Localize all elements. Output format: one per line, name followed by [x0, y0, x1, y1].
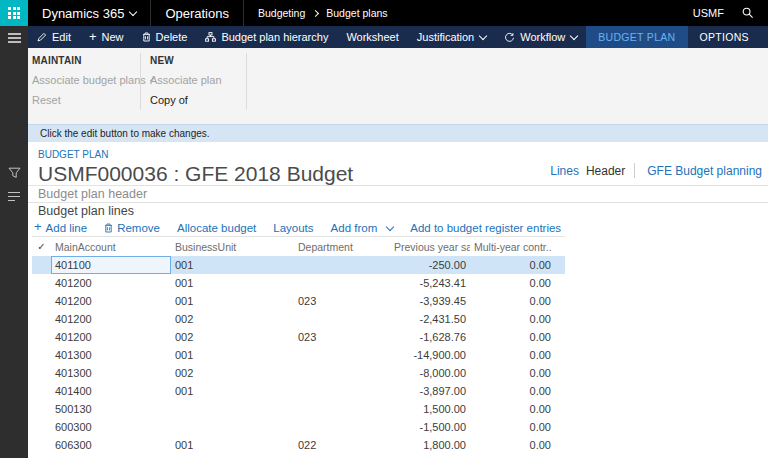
row-select-cell[interactable]	[32, 256, 51, 274]
row-select-cell[interactable]	[32, 418, 51, 436]
cell-previous-year[interactable]: -250.00	[390, 256, 470, 274]
add-to-budget-register-entries-button[interactable]: Add to budget register entries	[410, 222, 561, 234]
table-row[interactable]: 401200 002 -2,431.50 0.00	[32, 310, 565, 328]
cell-business-unit[interactable]: 001	[171, 256, 294, 274]
remove-button[interactable]: Remove	[104, 222, 160, 234]
table-row[interactable]: 401300 001 -14,900.00 0.00	[32, 346, 565, 364]
cell-previous-year[interactable]: 1,500.00	[390, 400, 470, 418]
table-row[interactable]: 401300 002 -8,000.00 0.00	[32, 364, 565, 382]
cell-previous-year[interactable]: -3,897.00	[390, 382, 470, 400]
delete-button[interactable]: Delete	[133, 26, 197, 48]
cell-main-account[interactable]: 600300	[51, 418, 171, 436]
cell-main-account[interactable]: 401400	[51, 382, 171, 400]
row-select-cell[interactable]	[32, 328, 51, 346]
breadcrumb-page[interactable]: Budget plans	[326, 7, 387, 19]
table-row[interactable]: 401100 001 -250.00 0.00	[32, 256, 565, 274]
row-select-cell[interactable]	[32, 382, 51, 400]
cell-department[interactable]: 023	[294, 328, 390, 346]
row-select-cell[interactable]	[32, 364, 51, 382]
cell-business-unit[interactable]	[171, 418, 294, 436]
cell-department[interactable]: 023	[294, 292, 390, 310]
cell-multi-year[interactable]: 0.00	[470, 274, 565, 292]
cell-previous-year[interactable]: -14,900.00	[390, 346, 470, 364]
header-view-link[interactable]: Header	[586, 164, 625, 178]
cell-multi-year[interactable]: 0.00	[470, 418, 565, 436]
workflow-menu-button[interactable]: Workflow	[495, 26, 586, 48]
cell-business-unit[interactable]: 001	[171, 436, 294, 454]
cell-multi-year[interactable]: 0.00	[470, 310, 565, 328]
cell-multi-year[interactable]: 0.00	[470, 346, 565, 364]
cell-previous-year[interactable]: -8,000.00	[390, 364, 470, 382]
table-row[interactable]: 401200 001 -5,243.41 0.00	[32, 274, 565, 292]
row-select-cell[interactable]	[32, 436, 51, 454]
cell-main-account[interactable]: 401200	[51, 310, 171, 328]
app-launcher-button[interactable]	[0, 0, 28, 26]
tab-budget-plan[interactable]: BUDGET PLAN	[586, 26, 687, 48]
cell-main-account[interactable]: 500130	[51, 400, 171, 418]
table-row[interactable]: 401200 002 023 -1,628.76 0.00	[32, 328, 565, 346]
row-select-cell[interactable]	[32, 310, 51, 328]
cell-department[interactable]	[294, 382, 390, 400]
cell-business-unit[interactable]: 002	[171, 310, 294, 328]
cell-business-unit[interactable]: 001	[171, 382, 294, 400]
cell-main-account[interactable]: 401200	[51, 292, 171, 310]
cell-business-unit[interactable]: 001	[171, 346, 294, 364]
task-list-button[interactable]	[8, 192, 20, 201]
cell-previous-year[interactable]: -5,243.41	[390, 274, 470, 292]
cell-department[interactable]	[294, 400, 390, 418]
tab-options[interactable]: OPTIONS	[688, 26, 761, 48]
add-line-button[interactable]: + Add line	[34, 221, 87, 234]
cell-multi-year[interactable]: 0.00	[470, 292, 565, 310]
table-row[interactable]: 401200 001 023 -3,939.45 0.00	[32, 292, 565, 310]
worksheet-button[interactable]: Worksheet	[337, 26, 407, 48]
cell-main-account[interactable]: 401200	[51, 328, 171, 346]
cell-business-unit[interactable]: 001	[171, 292, 294, 310]
column-header-previous-year[interactable]: Previous year sa..	[390, 241, 470, 253]
cell-business-unit[interactable]: 001	[171, 274, 294, 292]
budget-plan-hierarchy-button[interactable]: Budget plan hierarchy	[196, 26, 337, 48]
budget-planning-link[interactable]: GFE Budget planning	[647, 164, 762, 178]
cell-main-account[interactable]: 606300	[51, 436, 171, 454]
company-picker[interactable]: USMF	[693, 7, 724, 19]
associate-plan-button[interactable]: Associate plan	[150, 74, 246, 86]
table-row[interactable]: 500130 1,500.00 0.00	[32, 400, 565, 418]
dynamics365-menu[interactable]: Dynamics 365	[28, 0, 150, 26]
add-from-menu-button[interactable]: Add from	[331, 222, 394, 234]
cell-previous-year[interactable]: -1,628.76	[390, 328, 470, 346]
filter-pane-button[interactable]	[8, 167, 21, 179]
cell-main-account[interactable]: 401100	[51, 256, 171, 274]
column-header-business-unit[interactable]: BusinessUnit	[171, 241, 294, 253]
cell-business-unit[interactable]: 002	[171, 328, 294, 346]
breadcrumb-module[interactable]: Budgeting	[258, 7, 305, 19]
lines-view-link[interactable]: Lines	[550, 164, 579, 178]
cell-previous-year[interactable]: -1,500.00	[390, 418, 470, 436]
cell-business-unit[interactable]: 002	[171, 364, 294, 382]
table-row[interactable]: 600300 -1,500.00 0.00	[32, 418, 565, 436]
section-budget-plan-header[interactable]: Budget plan header	[28, 185, 768, 202]
column-header-department[interactable]: Department	[294, 241, 390, 253]
row-select-cell[interactable]	[32, 292, 51, 310]
cell-multi-year[interactable]: 0.00	[470, 364, 565, 382]
cell-department[interactable]: 022	[294, 436, 390, 454]
row-select-cell[interactable]	[32, 400, 51, 418]
cell-main-account[interactable]: 401300	[51, 346, 171, 364]
cell-department[interactable]	[294, 346, 390, 364]
cell-department[interactable]	[294, 418, 390, 436]
cell-main-account[interactable]: 401300	[51, 364, 171, 382]
allocate-budget-button[interactable]: Allocate budget	[177, 222, 256, 234]
justification-menu-button[interactable]: Justification	[408, 26, 495, 48]
cell-department[interactable]	[294, 256, 390, 274]
cell-main-account[interactable]: 401200	[51, 274, 171, 292]
select-all-checkmark-icon[interactable]: ✓	[32, 241, 51, 252]
column-header-multi-year[interactable]: Multi-year contr..	[470, 241, 565, 253]
cell-previous-year[interactable]: -3,939.45	[390, 292, 470, 310]
cell-multi-year[interactable]: 0.00	[470, 382, 565, 400]
cell-multi-year[interactable]: 0.00	[470, 436, 565, 454]
table-row[interactable]: 401400 001 -3,897.00 0.00	[32, 382, 565, 400]
cell-multi-year[interactable]: 0.00	[470, 328, 565, 346]
cell-previous-year[interactable]: -2,431.50	[390, 310, 470, 328]
cell-previous-year[interactable]: 1,800.00	[390, 436, 470, 454]
cell-department[interactable]	[294, 274, 390, 292]
edit-button[interactable]: Edit	[28, 26, 80, 48]
copy-of-button[interactable]: Copy of	[150, 94, 246, 106]
